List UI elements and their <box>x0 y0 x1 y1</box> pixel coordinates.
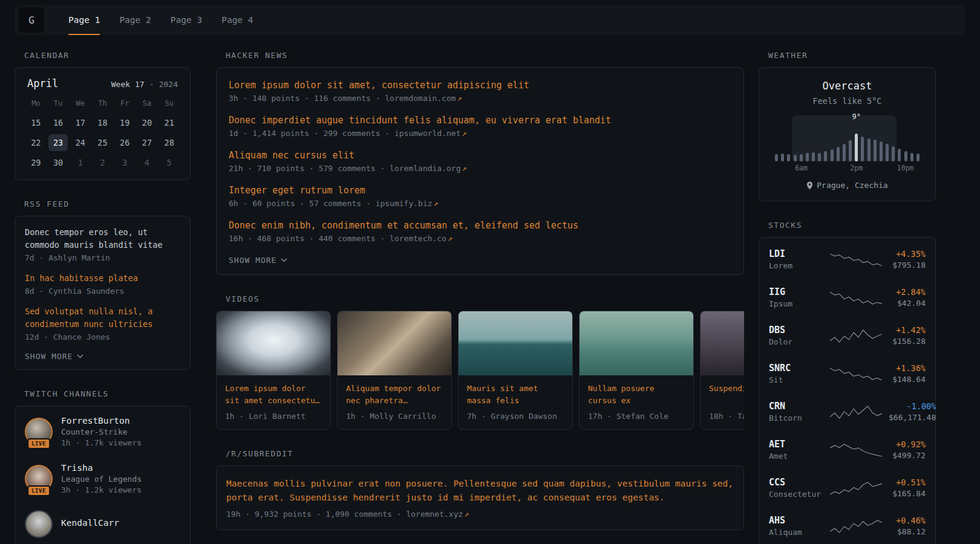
external-link-icon[interactable]: ↗ <box>462 129 467 138</box>
video-title[interactable]: Suspendisse diam <box>709 383 744 407</box>
page-content: CALENDAR April Week 17 · 2024 MoTuWeThFr… <box>0 35 980 544</box>
rss-meta: 8d · Cynthia Saunders <box>25 287 180 296</box>
weather-bar <box>916 154 920 161</box>
rss-link[interactable]: Donec tempor eros leo, ut commodo mauris… <box>25 226 180 251</box>
stock-sparkline <box>828 403 884 420</box>
middle-column: HACKER NEWS Lorem ipsum dolor sit amet, … <box>216 51 744 544</box>
rss-meta: 7d · Ashlyn Martin <box>25 253 180 262</box>
stock-row[interactable]: LDI Lorem +4.35% $795.18 <box>769 240 926 278</box>
stock-row[interactable]: CCS Consectetur +0.51% $165.84 <box>769 468 926 507</box>
video-thumbnail[interactable] <box>217 311 330 375</box>
app-logo[interactable]: G <box>19 7 44 33</box>
weather-widget: WEATHER Overcast Feels like 5°C 9° 6am2p… <box>759 51 936 201</box>
chevron-down-icon <box>77 354 83 358</box>
weather-feels-like: Feels like 5°C <box>770 96 924 106</box>
stock-name: Aliquam <box>769 528 823 537</box>
video-thumbnail[interactable] <box>701 311 744 375</box>
external-link-icon[interactable]: ↗ <box>434 199 439 208</box>
stock-row[interactable]: SNRC Sit +1.36% $148.64 <box>769 354 926 392</box>
calendar-day: 22 <box>26 134 45 151</box>
video-card[interactable]: Lorem ipsum dolor sit amet consectetu… 1… <box>216 311 331 430</box>
rss-meta: 12d · Chance Jones <box>25 332 180 342</box>
news-link[interactable]: Donec imperdiet augue tincidunt felis al… <box>229 115 731 126</box>
stock-id: CCS Consectetur <box>769 477 823 499</box>
rss-show-more-button[interactable]: SHOW MORE <box>25 352 83 361</box>
video-title[interactable]: Lorem ipsum dolor sit amet consectetu… <box>225 383 322 407</box>
stock-row[interactable]: IIG Ipsum +2.84% $42.04 <box>769 278 926 316</box>
calendar-dow: Th <box>91 99 114 108</box>
video-body: Aliquam tempor dolor nec pharetra… 1h · … <box>338 375 451 429</box>
chevron-down-icon <box>281 258 287 262</box>
live-badge: LIVE <box>27 438 50 449</box>
calendar-day: 28 <box>160 134 179 151</box>
rss-card: Donec tempor eros leo, ut commodo mauris… <box>15 216 191 370</box>
twitch-channel[interactable]: LIVE ForrestBurton Counter-Strike 1h · 1… <box>25 416 180 447</box>
rss-link[interactable]: In hac habitasse platea <box>25 272 180 285</box>
video-meta: 1h · Lori Barnett <box>225 412 322 421</box>
external-link-icon[interactable]: ↗ <box>464 510 469 519</box>
rss-link[interactable]: Sed volutpat nulla nisl, a condimentum n… <box>25 305 180 331</box>
stock-sparkline <box>828 289 884 306</box>
news-item: Donec imperdiet augue tincidunt felis al… <box>229 115 731 138</box>
news-meta: 6h · 60 points · 57 comments · ipsumify.… <box>229 199 731 208</box>
tab-page-1[interactable]: Page 1 <box>59 5 109 35</box>
stock-row[interactable]: CRN Bitcorn -1.00% $66,171.48 <box>769 392 926 430</box>
avatar: LIVE <box>25 418 53 445</box>
twitch-channel[interactable]: LIVE Trisha League of Legends 3h · 1.2k … <box>25 463 180 494</box>
section-title-stocks: STOCKS <box>768 221 936 230</box>
section-title-videos: VIDEOS <box>226 294 744 303</box>
external-link-icon[interactable]: ↗ <box>448 234 452 243</box>
video-thumbnail[interactable] <box>580 311 693 375</box>
stock-row[interactable]: DBS Dolor +1.42% $156.28 <box>769 316 926 354</box>
weather-chart: 9° 6am2pm10pm <box>774 115 921 172</box>
video-card[interactable]: Mauris sit amet massa felis 7h · Grayson… <box>458 311 573 430</box>
rss-item: Donec tempor eros leo, ut commodo mauris… <box>25 226 180 262</box>
stock-sparkline <box>828 479 884 496</box>
stock-sparkline <box>828 441 884 458</box>
post-meta: 19h · 9,932 points · 1,090 comments · lo… <box>226 510 734 519</box>
weather-bar <box>843 144 846 161</box>
news-link[interactable]: Integer eget rutrum lorem <box>229 185 731 196</box>
weather-bars <box>775 123 920 161</box>
channel-avatar-image <box>25 510 53 538</box>
news-item: Lorem ipsum dolor sit amet, consectetur … <box>229 80 731 103</box>
tab-page-2[interactable]: Page 2 <box>109 5 160 35</box>
weather-bar <box>794 155 797 161</box>
news-link[interactable]: Lorem ipsum dolor sit amet, consectetur … <box>229 80 731 91</box>
external-link-icon[interactable]: ↗ <box>457 94 462 103</box>
page-tabs: Page 1 Page 2 Page 3 Page 4 <box>59 5 263 35</box>
hacker-news-widget: HACKER NEWS Lorem ipsum dolor sit amet, … <box>216 51 744 275</box>
video-title[interactable]: Mauris sit amet massa felis <box>467 383 564 407</box>
calendar-day: 16 <box>48 114 68 131</box>
video-card[interactable]: Aliquam tempor dolor nec pharetra… 1h · … <box>337 311 452 430</box>
stock-values: +1.36% $148.64 <box>889 363 926 384</box>
news-link[interactable]: Donec enim nibh, condimentum et accumsan… <box>229 220 731 231</box>
channel-name: KendallCarr <box>61 518 119 528</box>
tab-page-3[interactable]: Page 3 <box>161 5 212 35</box>
calendar-day: 15 <box>26 114 45 131</box>
weather-bar <box>898 149 901 161</box>
stock-name: Amet <box>769 452 823 461</box>
twitch-channel[interactable]: KendallCarr <box>25 510 180 538</box>
external-link-icon[interactable]: ↗ <box>462 164 467 173</box>
post-link[interactable]: Maecenas mollis pulvinar erat non posuer… <box>226 477 734 505</box>
video-thumbnail[interactable] <box>338 311 451 375</box>
video-title[interactable]: Aliquam tempor dolor nec pharetra… <box>346 383 443 407</box>
calendar-day: 26 <box>115 134 134 151</box>
stock-row[interactable]: AHS Aliquam +0.46% $88.12 <box>769 507 926 544</box>
tab-page-4[interactable]: Page 4 <box>212 5 263 35</box>
hacker-news-show-more-button[interactable]: SHOW MORE <box>229 256 287 265</box>
news-link[interactable]: Aliquam nec cursus elit <box>229 150 731 161</box>
video-card[interactable]: Nullam posuere cursus ex 17h · Stefan Co… <box>579 311 694 430</box>
weather-bar <box>824 151 827 161</box>
stock-values: -1.00% $66,171.48 <box>889 401 936 422</box>
video-thumbnail[interactable] <box>459 311 572 375</box>
weather-bar <box>787 154 790 161</box>
stock-symbol: AHS <box>769 515 823 526</box>
stock-row[interactable]: AET Amet +0.92% $499.72 <box>769 430 926 468</box>
stocks-widget: STOCKS LDI Lorem +4.35% $795.18 IIG <box>759 221 936 544</box>
stock-symbol: CCS <box>769 477 823 488</box>
video-card[interactable]: Suspendisse diam 18h · Tara <box>700 311 744 430</box>
stock-symbol: DBS <box>769 325 823 335</box>
video-title[interactable]: Nullam posuere cursus ex <box>588 383 685 407</box>
